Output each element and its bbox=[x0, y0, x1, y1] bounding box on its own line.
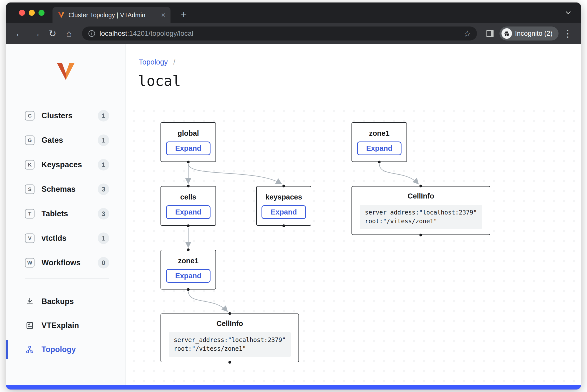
browser-tab[interactable]: Cluster Topology | VTAdmin × bbox=[52, 7, 170, 23]
sidebar-nav: C Clusters 1 G Gates 1 K Keyspaces 1 S S… bbox=[6, 104, 125, 275]
keyspaces-icon: K bbox=[25, 160, 34, 170]
schemas-icon: S bbox=[25, 184, 34, 194]
home-icon[interactable]: ⌂ bbox=[62, 26, 76, 40]
page-info-icon[interactable] bbox=[88, 30, 96, 37]
vitess-logo-icon bbox=[6, 60, 125, 82]
breadcrumb-separator: / bbox=[173, 58, 175, 66]
browser-window: Cluster Topology | VTAdmin × + ← → ↻ ⌂ l… bbox=[6, 2, 581, 390]
sidebar-item-vtexplain[interactable]: VTExplain bbox=[6, 314, 125, 338]
sidebar: C Clusters 1 G Gates 1 K Keyspaces 1 S S… bbox=[6, 44, 126, 385]
node-cells: cells Expand bbox=[160, 186, 216, 226]
node-zone1-top: zone1 Expand bbox=[352, 122, 407, 162]
gates-icon: G bbox=[25, 136, 34, 145]
sidebar-item-vtctlds[interactable]: V vtctlds 1 bbox=[6, 226, 125, 250]
download-icon bbox=[25, 297, 34, 306]
topology-diagram: global Expand zone1 Expand cells Expand … bbox=[126, 102, 581, 385]
page-title: local bbox=[138, 72, 181, 89]
chevron-down-icon[interactable] bbox=[564, 8, 572, 18]
page-content: C Clusters 1 G Gates 1 K Keyspaces 1 S S… bbox=[6, 44, 581, 385]
gates-count: 1 bbox=[98, 134, 109, 146]
tablets-count: 3 bbox=[98, 208, 109, 220]
window-controls bbox=[19, 10, 44, 16]
expand-cells-button[interactable]: Expand bbox=[166, 205, 211, 219]
browser-menu-icon[interactable]: ⋮ bbox=[561, 28, 574, 39]
document-check-icon bbox=[25, 321, 34, 330]
bottom-blue-bar bbox=[6, 385, 581, 390]
workflows-icon: W bbox=[25, 258, 34, 268]
side-panel-icon[interactable] bbox=[483, 30, 497, 38]
browser-toolbar: ← → ↻ ⌂ localhost:14201/topology/local ☆ bbox=[6, 23, 581, 44]
clusters-icon: C bbox=[25, 111, 34, 120]
sidebar-item-schemas[interactable]: S Schemas 3 bbox=[6, 177, 125, 202]
schemas-count: 3 bbox=[98, 184, 109, 195]
expand-zone1-lower-button[interactable]: Expand bbox=[166, 269, 211, 283]
minimize-window-button[interactable] bbox=[29, 10, 35, 16]
sidebar-item-workflows[interactable]: W Workflows 0 bbox=[6, 250, 125, 275]
node-keyspaces: keyspaces Expand bbox=[256, 186, 311, 226]
close-window-button[interactable] bbox=[19, 10, 25, 16]
expand-zone1-top-button[interactable]: Expand bbox=[357, 142, 402, 155]
sidebar-item-keyspaces[interactable]: K Keyspaces 1 bbox=[6, 152, 125, 177]
cellinfo-code: server_address:"localhost:2379" root:"/v… bbox=[169, 332, 291, 357]
address-bar[interactable]: localhost:14201/topology/local ☆ bbox=[82, 26, 477, 40]
back-icon[interactable]: ← bbox=[12, 26, 26, 40]
vtctlds-count: 1 bbox=[98, 232, 109, 244]
sidebar-secondary-nav: Backups VTExplain bbox=[6, 290, 125, 362]
breadcrumb: Topology / bbox=[139, 58, 175, 66]
node-global: global Expand bbox=[160, 122, 216, 162]
node-zone1-lower: zone1 Expand bbox=[160, 250, 216, 290]
breadcrumb-topology-link[interactable]: Topology bbox=[139, 58, 168, 66]
incognito-badge: Incognito (2) bbox=[500, 26, 558, 40]
expand-keyspaces-button[interactable]: Expand bbox=[262, 205, 306, 219]
url-path: :14201/topology/local bbox=[127, 30, 194, 37]
vtctlds-icon: V bbox=[25, 234, 34, 243]
new-tab-button[interactable]: + bbox=[178, 8, 190, 21]
keyspaces-count: 1 bbox=[98, 159, 109, 170]
bookmark-star-icon[interactable]: ☆ bbox=[464, 29, 471, 38]
active-indicator bbox=[6, 340, 8, 359]
tab-title: Cluster Topology | VTAdmin bbox=[68, 12, 158, 19]
url-text: localhost:14201/topology/local bbox=[100, 30, 193, 38]
sidebar-item-gates[interactable]: G Gates 1 bbox=[6, 128, 125, 152]
tablets-icon: T bbox=[25, 209, 34, 218]
cellinfo-code: server_address:"localhost:2379" root:"/v… bbox=[360, 205, 482, 229]
url-host: localhost bbox=[100, 30, 127, 37]
zoom-window-button[interactable] bbox=[38, 10, 44, 16]
expand-global-button[interactable]: Expand bbox=[166, 142, 211, 155]
reload-icon[interactable]: ↻ bbox=[46, 26, 60, 40]
main-content: Topology / local global Expand zone1 Exp… bbox=[126, 44, 581, 385]
clusters-count: 1 bbox=[98, 110, 109, 122]
sidebar-item-backups[interactable]: Backups bbox=[6, 290, 125, 314]
incognito-label: Incognito (2) bbox=[515, 30, 552, 38]
tab-close-icon[interactable]: × bbox=[161, 11, 166, 19]
node-cellinfo-bottom: CellInfo server_address:"localhost:2379"… bbox=[160, 314, 299, 362]
node-cellinfo-right: CellInfo server_address:"localhost:2379"… bbox=[352, 186, 490, 235]
sidebar-item-clusters[interactable]: C Clusters 1 bbox=[6, 104, 125, 128]
incognito-icon bbox=[502, 28, 512, 39]
topology-icon bbox=[25, 345, 34, 354]
sidebar-item-topology[interactable]: Topology bbox=[6, 338, 125, 362]
workflows-count: 0 bbox=[98, 257, 109, 268]
vitess-favicon-icon bbox=[58, 11, 65, 19]
sidebar-item-tablets[interactable]: T Tablets 3 bbox=[6, 202, 125, 226]
tab-strip: Cluster Topology | VTAdmin × + bbox=[6, 2, 581, 23]
forward-icon[interactable]: → bbox=[29, 26, 43, 40]
sidebar-divider bbox=[25, 278, 109, 279]
